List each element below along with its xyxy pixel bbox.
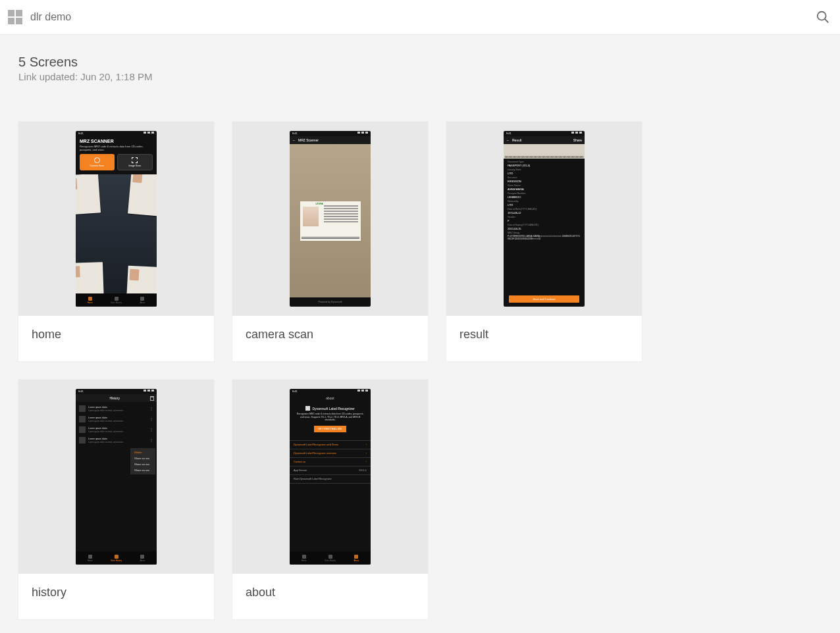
field-label: Date of Expiry(YYYY-MM-DD): <box>508 224 581 226</box>
brand-logo-icon <box>305 406 310 411</box>
home-desc: Recognizes MRZ code & extracts data from… <box>76 145 157 154</box>
field-value: L8988901C <box>508 195 581 199</box>
menu-delete[interactable]: Delete <box>134 451 151 454</box>
result-thumbnail <box>504 144 585 159</box>
status-bar: 9:41 <box>76 131 157 136</box>
field-label: Issuing State: <box>508 168 581 171</box>
home-buttons: Camera Scan Image Scan <box>76 154 157 174</box>
back-icon[interactable] <box>506 138 510 142</box>
chevron-right-icon: › <box>366 461 367 463</box>
camera-topbar: MRZ Scanner <box>290 136 371 144</box>
card-home[interactable]: 9:41 MRZ SCANNER Recognizes MRZ code & e… <box>18 122 214 361</box>
trial-button[interactable]: GET FREE TRIAL SDK <box>314 426 346 432</box>
about-topbar: about <box>290 394 371 402</box>
status-time: 9:41 <box>506 132 512 136</box>
passport-mrz <box>302 237 359 240</box>
camera-footer: Powered by Dynamsoft <box>290 297 371 307</box>
field-label: Date of Birth(YYYY-MM-DD): <box>508 208 581 211</box>
field-label: Given Name: <box>508 184 581 187</box>
nav-about[interactable]: About <box>140 297 145 304</box>
status-bar: 9:41 <box>76 389 157 394</box>
item-thumb <box>79 416 86 422</box>
search-icon <box>816 10 830 24</box>
phone-home: 9:41 MRZ SCANNER Recognizes MRZ code & e… <box>76 131 157 307</box>
list-item[interactable]: Lorem ipsum dolorLorem ipsum dolor sit a… <box>76 424 157 435</box>
passport-country: UTOPIA <box>316 203 323 205</box>
more-icon[interactable]: ⋮ <box>149 407 153 411</box>
rate-row[interactable]: Rate Dynamsoft Label Recognizer <box>290 475 371 484</box>
camera-title: MRZ Scanner <box>298 138 319 142</box>
card-result-preview: 9:41 Result Share Document Type: PASSPOR… <box>446 122 642 316</box>
status-bar: 9:41 <box>290 131 371 136</box>
history-title: History <box>109 396 120 400</box>
menu-share-3[interactable]: Share as xxx <box>134 468 151 472</box>
card-camera-preview: 9:41 MRZ Scanner UTOPIA <box>232 122 428 316</box>
field-value: 1974-08-12 <box>508 211 581 215</box>
more-icon[interactable]: ⋮ <box>149 417 153 421</box>
mrz-string: P<UTOERIKSSON<<ANNA<MARIA<<<<<<<<<<<<<<<… <box>508 236 581 240</box>
share-button[interactable]: Share <box>573 138 582 142</box>
field-value: 2012-04-15 <box>508 227 581 230</box>
back-icon[interactable] <box>292 138 296 142</box>
status-icons <box>357 390 368 393</box>
card-camera-scan[interactable]: 9:41 MRZ Scanner UTOPIA <box>232 122 428 361</box>
status-time: 9:41 <box>78 132 84 136</box>
more-icon[interactable]: ⋮ <box>149 438 153 442</box>
status-time: 9:41 <box>292 390 298 393</box>
nav-home[interactable]: Home <box>302 555 307 562</box>
nav-history[interactable]: Scan History <box>111 297 122 304</box>
chevron-right-icon: › <box>366 452 367 455</box>
list-item[interactable]: Lorem ipsum dolorLorem ipsum dolor sit a… <box>76 435 157 445</box>
field-label: Gender: <box>508 216 581 218</box>
link-row[interactable]: Dynamsoft Label Recognizer overview› <box>290 449 371 458</box>
search-button[interactable] <box>814 8 832 26</box>
header: dlr demo <box>0 0 840 35</box>
status-bar: 9:41 <box>504 131 585 136</box>
result-title: Result <box>512 138 521 142</box>
camera-viewfinder: UTOPIA <box>290 144 371 297</box>
card-result-label: result <box>446 316 642 361</box>
card-about-label: about <box>232 574 428 619</box>
field-value: UTO <box>508 203 581 207</box>
nav-history[interactable]: Scan History <box>111 555 122 562</box>
trash-icon[interactable] <box>150 396 154 401</box>
nav-history[interactable]: Scan History <box>325 555 336 562</box>
screens-count: 5 Screens <box>18 55 822 70</box>
nav-home[interactable]: Home <box>88 555 93 562</box>
save-continue-button[interactable]: Save and Continue <box>509 295 579 303</box>
version-row: App Version0.9.1.1 <box>290 467 371 475</box>
nav-about[interactable]: About <box>354 555 359 562</box>
history-topbar: . History <box>76 394 157 402</box>
field-label: Document Type: <box>508 161 581 163</box>
link-row[interactable]: Dynamsoft Label Recognizer web Demo› <box>290 441 371 449</box>
field-label: Nationality: <box>508 200 581 203</box>
card-history-label: history <box>18 574 214 619</box>
menu-share-2[interactable]: Share as xxx <box>134 463 151 466</box>
menu-share-1[interactable]: Share as xxx <box>134 457 151 460</box>
main-area: 5 Screens Link updated: Jun 20, 1:18 PM … <box>0 35 840 633</box>
nav-about[interactable]: About <box>140 555 145 562</box>
grid-icon[interactable] <box>8 10 22 24</box>
card-result[interactable]: 9:41 Result Share Document Type: PASSPOR… <box>446 122 642 361</box>
list-item[interactable]: Lorem ipsum dolorLorem ipsum dolor sit a… <box>76 414 157 424</box>
updated-label: Link updated: Jun 20, 1:18 PM <box>18 71 822 82</box>
field-value: UTO <box>508 172 581 175</box>
header-left: dlr demo <box>8 10 71 24</box>
card-about[interactable]: 9:41 about Dynamsoft Label Recognizer Re… <box>232 380 428 619</box>
about-brand: Dynamsoft Label Recognizer <box>305 406 354 411</box>
item-thumb <box>79 426 86 433</box>
more-icon[interactable]: ⋮ <box>149 428 153 432</box>
meta-block: 5 Screens Link updated: Jun 20, 1:18 PM <box>18 55 822 82</box>
camera-scan-button[interactable]: Camera Scan <box>80 154 115 170</box>
list-item[interactable]: Lorem ipsum dolorLorem ipsum dolor sit a… <box>76 403 157 414</box>
image-scan-button[interactable]: Image Scan <box>117 154 153 170</box>
bottom-nav: Home Scan History About <box>76 551 157 565</box>
field-value: F <box>508 219 581 222</box>
card-history[interactable]: 9:41 . History Lorem ipsum dolorLorem ip… <box>18 380 214 619</box>
nav-home[interactable]: Home <box>88 297 93 304</box>
item-thumb <box>79 437 86 443</box>
phone-history: 9:41 . History Lorem ipsum dolorLorem ip… <box>76 389 157 565</box>
field-value: PASSPORT (TD-3) <box>508 164 581 167</box>
status-icons <box>357 132 368 136</box>
link-row[interactable]: Contact us› <box>290 458 371 467</box>
